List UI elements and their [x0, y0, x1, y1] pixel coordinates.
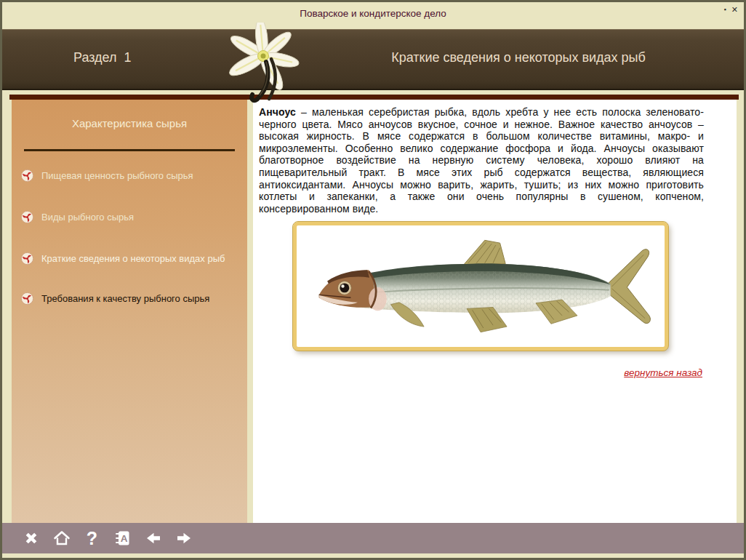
sidebar-item-quality-requirements[interactable]: Требования к качеству рыбного сырья: [12, 292, 247, 305]
arrow-left-icon: [145, 529, 162, 547]
anchovy-fish-image: [300, 231, 661, 342]
home-button[interactable]: [52, 529, 71, 548]
accent-divider-bar: [9, 95, 739, 100]
sidebar-item-fish-info[interactable]: Краткие сведения о некоторых видах рыб: [12, 252, 247, 265]
sidebar-item-label: Виды рыбного сырья: [41, 212, 134, 223]
pinwheel-bullet-icon: [20, 210, 34, 224]
section-header: Раздел 1 Краткие сведения о некоторых ви…: [2, 29, 744, 90]
bottom-margin-strip: [2, 553, 744, 560]
window-title: Поварское и кондитерское дело: [2, 8, 744, 19]
forward-button[interactable]: [175, 529, 193, 548]
content-panel: Анчоус – маленькая серебристая рыбка, вд…: [253, 100, 737, 523]
sidebar-menu: Характеристика сырья Пищевая ценность ры…: [12, 100, 247, 523]
section-number: Раздел 1: [73, 50, 132, 65]
vanilla-flower-icon: [217, 23, 306, 105]
sidebar-item-label: Краткие сведения о некоторых видах рыб: [41, 253, 225, 264]
back-link[interactable]: вернуться назад: [624, 367, 702, 378]
close-x-icon: [23, 530, 39, 546]
article-body: – маленькая серебристая рыбка, вдоль хре…: [259, 106, 704, 215]
page-title: Краткие сведения о некоторых видах рыб: [315, 50, 722, 65]
back-button[interactable]: [144, 529, 162, 548]
question-mark-icon: ?: [87, 529, 97, 548]
sidebar-item-raw-types[interactable]: Виды рыбного сырья: [12, 210, 247, 224]
arrow-right-icon: [175, 529, 193, 547]
pinwheel-bullet-icon: [20, 292, 34, 305]
sidebar-item-food-value[interactable]: Пищевая ценность рыбного сырья: [12, 169, 247, 183]
pinwheel-bullet-icon: [20, 169, 34, 183]
svg-text:A: A: [120, 533, 127, 544]
application-window: Поварское и кондитерское дело ▪ ✕ Раздел…: [0, 0, 746, 560]
bottom-toolbar: ? A: [2, 523, 744, 553]
glossary-button[interactable]: A: [113, 529, 132, 548]
sidebar-divider: [24, 149, 235, 151]
sidebar-title: Характеристика сырья: [12, 117, 247, 129]
title-bar: Поварское и кондитерское дело ▪ ✕: [2, 2, 744, 29]
article-text: Анчоус – маленькая серебристая рыбка, вд…: [253, 100, 737, 215]
article-term: Анчоус: [259, 106, 296, 118]
close-icon[interactable]: ✕: [731, 4, 738, 15]
pinwheel-bullet-icon: [20, 252, 34, 265]
help-button[interactable]: ?: [83, 529, 101, 548]
minimize-icon[interactable]: ▪: [724, 4, 726, 15]
fish-image-frame: [293, 222, 668, 351]
glossary-book-icon: A: [114, 529, 132, 547]
exit-button[interactable]: [22, 529, 40, 548]
home-icon: [53, 529, 71, 547]
sidebar-item-label: Пищевая ценность рыбного сырья: [41, 170, 193, 181]
sidebar-item-label: Требования к качеству рыбного сырья: [41, 293, 209, 304]
window-controls: ▪ ✕: [724, 4, 738, 15]
